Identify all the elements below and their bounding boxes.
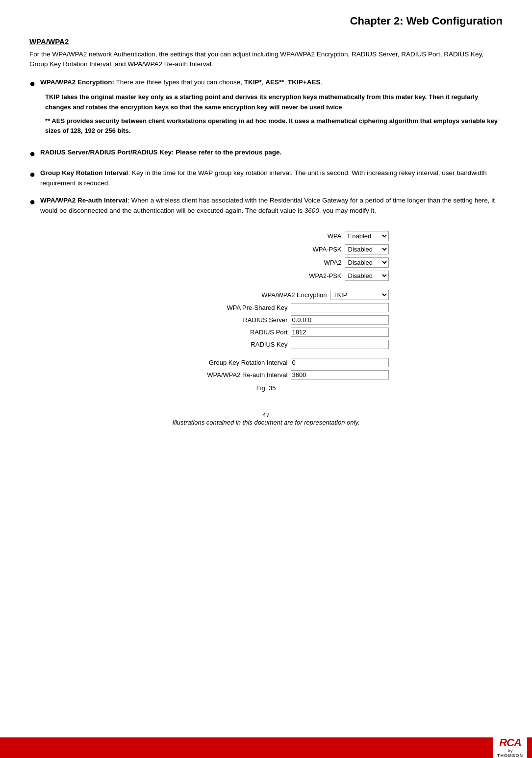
bullet-content-1: WPA/WPA2 Encryption: There are three typ… [40, 77, 503, 141]
input-radius-server[interactable] [291, 315, 389, 325]
label-wpa: WPA [328, 232, 342, 240]
bullet-list: ● WPA/WPA2 Encryption: There are three t… [29, 77, 503, 216]
form-row-wpa2psk: WPA2-PSK Enabled Disabled [144, 271, 389, 281]
page-title: Chapter 2: Web Configuration [29, 15, 503, 27]
bullet-radius: ● RADIUS Server/RADIUS Port/RADIUS Key: … [29, 148, 503, 161]
logo-box: RCA by THOMSON [493, 735, 527, 758]
form-row-wpa: WPA Enabled Disabled [144, 231, 389, 241]
label-reauth-interval: WPA/WPA2 Re-auth Interval [207, 371, 287, 379]
form-row-group-key: Group Key Rotation Interval [144, 358, 389, 367]
note-tkip-text: TKIP takes the original master key only … [40, 92, 503, 112]
form-figure: WPA Enabled Disabled WPA-PSK Enabled Dis… [144, 231, 389, 392]
label-radius-server: RADIUS Server [243, 316, 287, 324]
input-group-key[interactable] [291, 358, 389, 367]
form-row-reauth-interval: WPA/WPA2 Re-auth Interval [144, 370, 389, 379]
bullet-dot-3: ● [29, 167, 35, 182]
note-box-tkip: TKIP takes the original master key only … [40, 92, 503, 136]
bullet-encryption: ● WPA/WPA2 Encryption: There are three t… [29, 77, 503, 141]
bullet-group-key: ● Group Key Rotation Interval: Key in th… [29, 168, 503, 189]
form-row-radius-port: RADIUS Port [144, 328, 389, 337]
select-wpa2psk[interactable]: Enabled Disabled [345, 271, 389, 281]
bullet-dot-1: ● [29, 76, 35, 91]
bullet-content-4: WPA/WPA2 Re-auth Interval: When a wirele… [40, 196, 503, 216]
select-encryption[interactable]: TKIP AES TKIP+AES [330, 290, 389, 300]
label-wpa2psk: WPA2-PSK [309, 272, 341, 279]
disclaimer-text: Illustrations contained in this document… [29, 419, 503, 426]
form-row-wpapsk: WPA-PSK Enabled Disabled [144, 244, 389, 254]
input-preshared[interactable] [291, 303, 389, 312]
intro-text: For the WPA/WPA2 network Authentication,… [29, 50, 503, 70]
bottom-bar: RCA by THOMSON [0, 737, 532, 758]
label-group-key: Group Key Rotation Interval [209, 359, 287, 366]
bullet-dot-2: ● [29, 146, 35, 161]
form-row-wpa2: WPA2 Enabled Disabled [144, 257, 389, 268]
label-wpa2: WPA2 [324, 259, 342, 266]
input-radius-port[interactable] [291, 328, 389, 337]
bullet-reauth: ● WPA/WPA2 Re-auth Interval: When a wire… [29, 196, 503, 216]
label-wpapsk: WPA-PSK [313, 246, 342, 253]
label-radius-port: RADIUS Port [250, 328, 288, 336]
input-radius-key[interactable] [291, 340, 389, 349]
select-wpapsk[interactable]: Enabled Disabled [345, 244, 389, 254]
page-footer: 47 Illustrations contained in this docum… [29, 411, 503, 426]
label-radius-key: RADIUS Key [251, 341, 287, 348]
bullet-label-2: RADIUS Server/RADIUS Port/RADIUS Key: Pl… [40, 149, 281, 156]
form-row-radius-server: RADIUS Server [144, 315, 389, 325]
bullet-dot-4: ● [29, 194, 35, 209]
logo-rca: RCA [499, 737, 521, 749]
label-preshared: WPA Pre-Shared Key [227, 304, 287, 311]
form-row-radius-key: RADIUS Key [144, 340, 389, 349]
section-title: WPA/WPA2 [29, 37, 503, 46]
label-encryption: WPA/WPA2 Encryption [261, 291, 327, 299]
bullet-label-4: WPA/WPA2 Re-auth Interval [40, 197, 127, 204]
form-row-encryption: WPA/WPA2 Encryption TKIP AES TKIP+AES [144, 290, 389, 300]
bullet-label-1: WPA/WPA2 Encryption: [40, 78, 114, 86]
form-row-preshared: WPA Pre-Shared Key [144, 303, 389, 312]
logo-thomson: THOMSON [497, 754, 523, 758]
bullet-content-3: Group Key Rotation Interval: Key in the … [40, 168, 503, 189]
input-reauth-interval[interactable] [291, 370, 389, 379]
bullet-content-2: RADIUS Server/RADIUS Port/RADIUS Key: Pl… [40, 148, 503, 158]
select-wpa[interactable]: Enabled Disabled [345, 231, 389, 241]
select-wpa2[interactable]: Enabled Disabled [345, 257, 389, 268]
page-number: 47 [29, 411, 503, 419]
bullet-label-3: Group Key Rotation Interval [40, 169, 128, 177]
note-aes-text: ** AES provides security between client … [40, 116, 503, 136]
fig-caption: Fig. 35 [144, 384, 389, 392]
